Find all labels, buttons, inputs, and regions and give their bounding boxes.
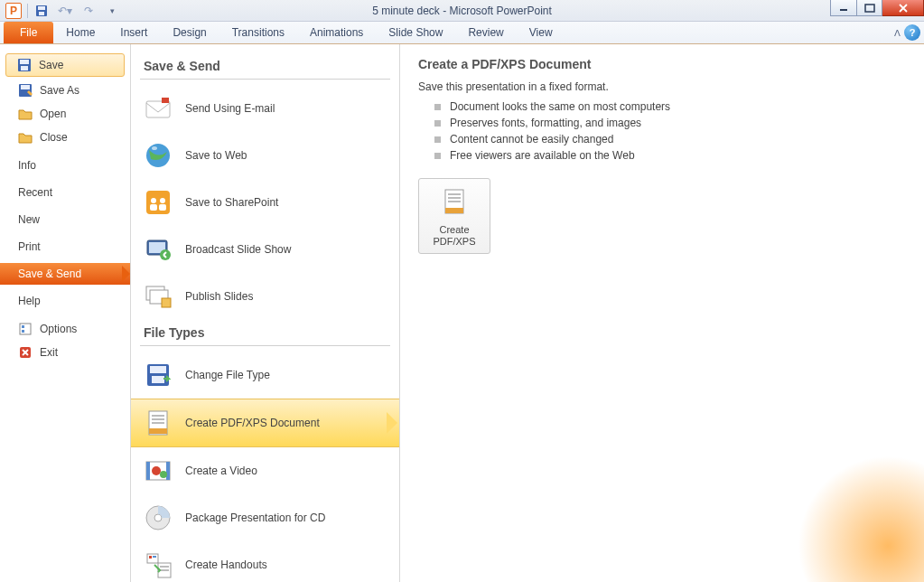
detail-subtext: Save this presentation in a fixed format… [418,80,906,93]
nav-save-as[interactable]: Save As [0,79,130,102]
qat-redo-icon[interactable]: ↷ [79,2,98,20]
minimize-ribbon-icon[interactable]: ᐱ [894,28,901,38]
svg-rect-28 [162,298,171,307]
titlebar: P ↶▾ ↷ ▾ 5 minute deck - Microsoft Power… [0,0,924,22]
svg-rect-22 [159,204,166,211]
tab-transitions[interactable]: Transitions [219,22,297,43]
svg-rect-49 [160,569,169,571]
minimize-button[interactable] [830,0,857,16]
item-create-handouts-label: Create Handouts [185,559,267,571]
nav-info-label: Info [18,159,36,172]
tab-insert[interactable]: Insert [107,22,160,43]
nav-close-label: Close [40,131,68,144]
tab-review[interactable]: Review [455,22,516,43]
detail-bullet: Preserves fonts, formatting, and images [418,115,906,131]
app-icon[interactable]: P [4,2,23,20]
tab-design[interactable]: Design [160,22,219,43]
nav-help-label: Help [18,295,41,307]
nav-close[interactable]: Close [0,126,130,149]
item-change-file-type[interactable]: Change File Type [131,352,399,399]
svg-rect-36 [149,428,167,434]
backstage-nav: Save Save As Open Close Info Recent New … [0,44,131,582]
ribbon-tabs: File Home Insert Design Transitions Anim… [0,22,924,44]
detail-heading: Create a PDF/XPS Document [418,57,906,71]
svg-rect-10 [20,324,31,334]
detail-panel: Create a PDF/XPS Document Save this pres… [400,44,924,582]
exit-icon [18,345,33,360]
nav-new-label: New [18,213,40,226]
bullet-text: Preserves fonts, formatting, and images [450,117,641,129]
qat-save-icon[interactable] [32,2,51,20]
item-change-file-type-label: Change File Type [185,369,270,381]
tab-file[interactable]: File [4,22,53,43]
item-publish-slides[interactable]: Publish Slides [131,273,399,320]
svg-rect-45 [149,556,152,559]
nav-help[interactable]: Help [0,290,130,312]
sharepoint-icon [144,188,173,217]
maximize-button[interactable] [857,0,882,16]
tab-animations[interactable]: Animations [297,22,376,43]
svg-rect-6 [20,60,29,64]
tab-home[interactable]: Home [53,22,107,43]
create-pdf-xps-button[interactable]: Create PDF/XPS [418,178,490,254]
close-button[interactable] [882,0,924,16]
svg-rect-12 [22,330,24,333]
nav-open-label: Open [40,108,66,120]
nav-print[interactable]: Print [0,236,130,258]
nav-recent-label: Recent [18,186,52,199]
video-icon [144,456,173,485]
window-title: 5 minute deck - Microsoft PowerPoint [372,5,552,17]
quick-access-toolbar: P ↶▾ ↷ ▾ [0,2,122,20]
nav-info[interactable]: Info [0,155,130,176]
nav-save-label: Save [39,59,63,71]
nav-save-send[interactable]: Save & Send [0,263,130,285]
item-publish-slides-label: Publish Slides [185,290,253,303]
svg-rect-2 [39,12,44,15]
svg-rect-44 [147,554,158,563]
change-type-icon [144,361,173,390]
svg-point-19 [151,198,156,203]
item-save-web[interactable]: Save to Web [131,132,399,179]
tab-slideshow[interactable]: Slide Show [376,22,455,43]
publish-icon [144,282,173,311]
svg-rect-54 [445,208,463,213]
nav-save-as-label: Save As [40,84,79,97]
bullet-text: Document looks the same on most computer… [450,100,670,113]
tab-view[interactable]: View [517,22,565,43]
nav-new[interactable]: New [0,209,130,230]
qat-customize-icon[interactable]: ▾ [102,2,122,20]
svg-rect-53 [448,201,461,202]
svg-rect-15 [162,98,169,103]
svg-rect-3 [840,9,847,11]
svg-rect-48 [160,566,169,568]
item-create-video-label: Create a Video [185,465,257,477]
backstage: Save Save As Open Close Info Recent New … [0,44,924,582]
save-send-panel: Save & Send Send Using E-mail Save to We… [131,44,400,582]
nav-exit[interactable]: Exit [0,341,130,364]
item-send-email[interactable]: Send Using E-mail [131,85,399,132]
svg-rect-39 [166,462,170,480]
help-icon[interactable]: ? [904,24,920,41]
window-controls [830,0,924,21]
svg-rect-34 [152,418,164,420]
item-create-pdf[interactable]: Create PDF/XPS Document [131,399,399,447]
handouts-icon [144,550,173,579]
qat-undo-icon[interactable]: ↶▾ [55,2,75,20]
nav-options-label: Options [40,323,77,335]
pdf-icon [144,408,173,437]
nav-save[interactable]: Save [5,53,125,77]
create-pdf-xps-label: Create PDF/XPS [423,224,486,248]
section-file-types: File Types [131,320,399,343]
nav-open[interactable]: Open [0,102,130,126]
item-package-cd[interactable]: Package Presentation for CD [131,494,399,541]
create-pdf-xps-icon [439,188,470,219]
nav-exit-label: Exit [40,346,58,359]
item-create-handouts[interactable]: Create Handouts [131,541,399,582]
nav-recent[interactable]: Recent [0,182,130,203]
item-create-video[interactable]: Create a Video [131,447,399,494]
svg-point-25 [160,249,171,260]
nav-options[interactable]: Options [0,317,130,341]
svg-rect-9 [21,85,30,89]
item-save-sharepoint[interactable]: Save to SharePoint [131,179,399,226]
item-broadcast[interactable]: Broadcast Slide Show [131,226,399,273]
